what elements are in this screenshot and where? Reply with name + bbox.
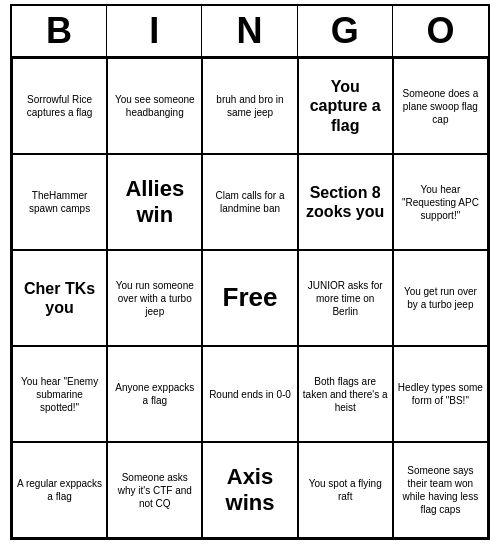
- bingo-cell-2[interactable]: bruh and bro in same jeep: [202, 58, 297, 154]
- bingo-cell-5[interactable]: TheHammer spawn camps: [12, 154, 107, 250]
- bingo-cell-7[interactable]: Clam calls for a landmine ban: [202, 154, 297, 250]
- bingo-cell-0[interactable]: Sorrowful Rice captures a flag: [12, 58, 107, 154]
- bingo-cell-21[interactable]: Someone asks why it's CTF and not CQ: [107, 442, 202, 538]
- bingo-cell-17[interactable]: Round ends in 0-0: [202, 346, 297, 442]
- header-letter-b: B: [12, 6, 107, 56]
- bingo-cell-6[interactable]: Allies win: [107, 154, 202, 250]
- bingo-cell-16[interactable]: Anyone exppacks a flag: [107, 346, 202, 442]
- bingo-grid: Sorrowful Rice captures a flagYou see so…: [12, 58, 488, 538]
- bingo-cell-24[interactable]: Someone says their team won while having…: [393, 442, 488, 538]
- header-letter-i: I: [107, 6, 202, 56]
- bingo-cell-15[interactable]: You hear "Enemy submarine spotted!": [12, 346, 107, 442]
- bingo-cell-14[interactable]: You get run over by a turbo jeep: [393, 250, 488, 346]
- bingo-card: BINGO Sorrowful Rice captures a flagYou …: [10, 4, 490, 540]
- bingo-cell-19[interactable]: Hedley types some form of "BS!": [393, 346, 488, 442]
- bingo-cell-13[interactable]: JUNIOR asks for more time on Berlin: [298, 250, 393, 346]
- header-letter-n: N: [202, 6, 297, 56]
- bingo-cell-12[interactable]: Free: [202, 250, 297, 346]
- bingo-cell-20[interactable]: A regular exppacks a flag: [12, 442, 107, 538]
- bingo-cell-18[interactable]: Both flags are taken and there's a heist: [298, 346, 393, 442]
- bingo-cell-11[interactable]: You run someone over with a turbo jeep: [107, 250, 202, 346]
- bingo-header: BINGO: [12, 6, 488, 58]
- bingo-cell-9[interactable]: You hear "Requesting APC support!": [393, 154, 488, 250]
- bingo-cell-8[interactable]: Section 8 zooks you: [298, 154, 393, 250]
- header-letter-o: O: [393, 6, 488, 56]
- bingo-cell-10[interactable]: Cher TKs you: [12, 250, 107, 346]
- bingo-cell-1[interactable]: You see someone headbanging: [107, 58, 202, 154]
- bingo-cell-4[interactable]: Someone does a plane swoop flag cap: [393, 58, 488, 154]
- bingo-cell-3[interactable]: You capture a flag: [298, 58, 393, 154]
- header-letter-g: G: [298, 6, 393, 56]
- bingo-cell-22[interactable]: Axis wins: [202, 442, 297, 538]
- bingo-cell-23[interactable]: You spot a flying raft: [298, 442, 393, 538]
